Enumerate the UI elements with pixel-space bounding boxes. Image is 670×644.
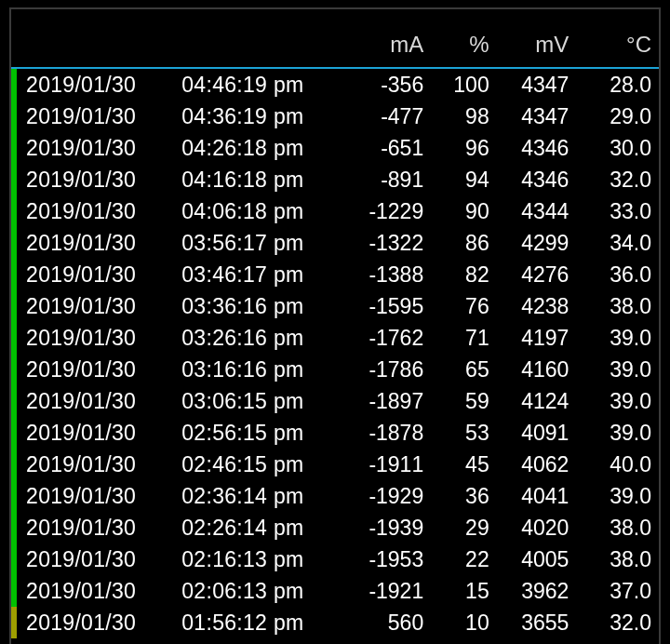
cell-time: 02:26:14 pm <box>178 512 346 543</box>
cell-temp: 34.0 <box>576 227 659 259</box>
table-row[interactable]: 2019/01/3003:26:16 pm-176271419739.0 <box>11 322 659 354</box>
table-row[interactable]: 2019/01/3002:26:14 pm-193929402038.0 <box>11 512 659 543</box>
cell-ma: -651 <box>347 132 432 164</box>
cell-time: 02:46:15 pm <box>178 449 346 480</box>
status-marker <box>11 480 19 512</box>
cell-mv: 3962 <box>497 575 577 607</box>
status-marker <box>11 543 19 575</box>
table-row[interactable]: 2019/01/3002:46:15 pm-191145406240.0 <box>11 449 659 480</box>
cell-mv: 4347 <box>497 101 577 132</box>
table-row[interactable]: 2019/01/3004:36:19 pm-47798434729.0 <box>11 101 659 132</box>
cell-temp: 30.0 <box>576 132 659 164</box>
cell-temp: 33.0 <box>576 195 659 227</box>
cell-percent: 98 <box>431 101 497 132</box>
cell-temp: 39.0 <box>576 417 659 449</box>
cell-temp: 39.0 <box>576 322 659 354</box>
table-row[interactable]: 2019/01/3002:56:15 pm-187853409139.0 <box>11 417 659 449</box>
cell-ma: -1939 <box>347 512 432 543</box>
cell-date: 2019/01/30 <box>19 575 178 607</box>
cell-temp: 37.0 <box>576 575 659 607</box>
cell-date: 2019/01/30 <box>19 417 178 449</box>
status-marker <box>11 575 19 607</box>
status-marker <box>11 195 19 227</box>
header-blank <box>11 26 347 68</box>
header-mv: mV <box>497 26 577 68</box>
cell-mv: 4346 <box>497 132 577 164</box>
table-row[interactable]: 2019/01/3002:36:14 pm-192936404139.0 <box>11 480 659 512</box>
cell-mv: 4346 <box>497 164 577 195</box>
cell-mv: 4344 <box>497 195 577 227</box>
cell-time: 02:06:13 pm <box>178 575 346 607</box>
cell-percent: 94 <box>431 164 497 195</box>
cell-date: 2019/01/30 <box>19 543 178 575</box>
cell-ma: -1595 <box>347 290 432 322</box>
table-row[interactable]: 2019/01/3002:06:13 pm-192115396237.0 <box>11 575 659 607</box>
cell-temp: 32.0 <box>576 607 659 638</box>
cell-ma: -1921 <box>347 575 432 607</box>
status-marker <box>11 322 19 354</box>
cell-percent: 59 <box>431 385 497 417</box>
battery-log-table[interactable]: mA % mV °C 2019/01/3004:46:19 pm-3561004… <box>11 26 659 638</box>
table-row[interactable]: 2019/01/3002:16:13 pm-195322400538.0 <box>11 543 659 575</box>
cell-ma: -1322 <box>347 227 432 259</box>
cell-percent: 29 <box>431 512 497 543</box>
cell-date: 2019/01/30 <box>19 68 178 101</box>
table-row[interactable]: 2019/01/3004:16:18 pm-89194434632.0 <box>11 164 659 195</box>
cell-percent: 22 <box>431 543 497 575</box>
cell-ma: -1929 <box>347 480 432 512</box>
cell-percent: 65 <box>431 354 497 385</box>
table-row[interactable]: 2019/01/3001:56:12 pm56010365532.0 <box>11 607 659 638</box>
cell-percent: 71 <box>431 322 497 354</box>
cell-temp: 29.0 <box>576 101 659 132</box>
cell-mv: 4062 <box>497 449 577 480</box>
cell-ma: 560 <box>347 607 432 638</box>
cell-date: 2019/01/30 <box>19 385 178 417</box>
cell-date: 2019/01/30 <box>19 354 178 385</box>
cell-mv: 4276 <box>497 259 577 290</box>
cell-time: 03:16:16 pm <box>178 354 346 385</box>
cell-time: 01:56:12 pm <box>178 607 346 638</box>
cell-temp: 36.0 <box>576 259 659 290</box>
cell-ma: -1911 <box>347 449 432 480</box>
cell-mv: 4124 <box>497 385 577 417</box>
cell-time: 04:36:19 pm <box>178 101 346 132</box>
cell-ma: -1388 <box>347 259 432 290</box>
status-marker <box>11 354 19 385</box>
status-marker <box>11 259 19 290</box>
cell-time: 03:36:16 pm <box>178 290 346 322</box>
cell-time: 03:56:17 pm <box>178 227 346 259</box>
table-row[interactable]: 2019/01/3003:16:16 pm-178665416039.0 <box>11 354 659 385</box>
cell-date: 2019/01/30 <box>19 322 178 354</box>
cell-percent: 10 <box>431 607 497 638</box>
cell-percent: 76 <box>431 290 497 322</box>
cell-time: 03:26:16 pm <box>178 322 346 354</box>
cell-date: 2019/01/30 <box>19 132 178 164</box>
table-row[interactable]: 2019/01/3003:06:15 pm-189759412439.0 <box>11 385 659 417</box>
table-row[interactable]: 2019/01/3003:56:17 pm-132286429934.0 <box>11 227 659 259</box>
cell-date: 2019/01/30 <box>19 195 178 227</box>
cell-mv: 4299 <box>497 227 577 259</box>
table-row[interactable]: 2019/01/3004:46:19 pm-356100434728.0 <box>11 68 659 101</box>
cell-ma: -1953 <box>347 543 432 575</box>
cell-date: 2019/01/30 <box>19 512 178 543</box>
status-marker <box>11 607 19 638</box>
cell-percent: 53 <box>431 417 497 449</box>
status-marker <box>11 449 19 480</box>
table-header: mA % mV °C <box>11 26 659 68</box>
cell-ma: -477 <box>347 101 432 132</box>
cell-mv: 4197 <box>497 322 577 354</box>
cell-percent: 15 <box>431 575 497 607</box>
cell-time: 02:56:15 pm <box>178 417 346 449</box>
cell-percent: 86 <box>431 227 497 259</box>
cell-mv: 4160 <box>497 354 577 385</box>
cell-mv: 4238 <box>497 290 577 322</box>
cell-temp: 39.0 <box>576 480 659 512</box>
table-row[interactable]: 2019/01/3003:36:16 pm-159576423838.0 <box>11 290 659 322</box>
table-row[interactable]: 2019/01/3004:26:18 pm-65196434630.0 <box>11 132 659 164</box>
table-row[interactable]: 2019/01/3003:46:17 pm-138882427636.0 <box>11 259 659 290</box>
status-marker <box>11 290 19 322</box>
cell-time: 02:16:13 pm <box>178 543 346 575</box>
table-row[interactable]: 2019/01/3004:06:18 pm-122990434433.0 <box>11 195 659 227</box>
table-body: 2019/01/3004:46:19 pm-356100434728.02019… <box>11 68 659 638</box>
header-temp: °C <box>576 26 659 68</box>
